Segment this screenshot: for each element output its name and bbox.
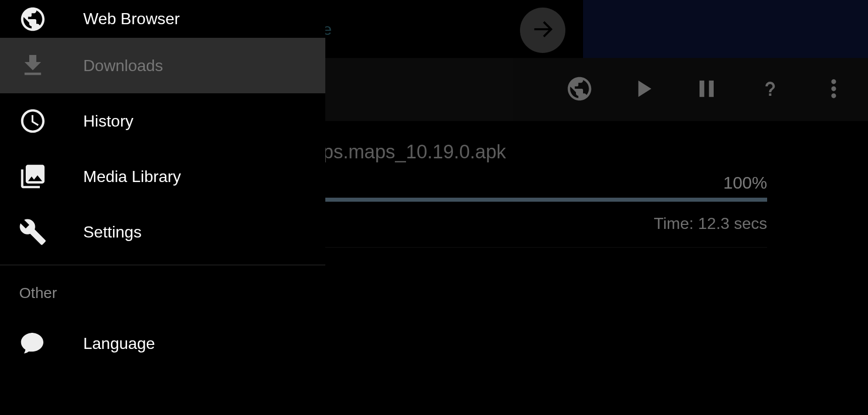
sidebar-item-settings[interactable]: Settings (0, 204, 325, 260)
progress-bar (323, 198, 767, 202)
help-button[interactable] (756, 76, 784, 104)
download-item[interactable]: ps.maps_10.19.0.apk 100% Time: 12.3 secs (323, 141, 767, 233)
sidebar-item-label: Media Library (83, 167, 181, 186)
sidebar-item-label: History (83, 112, 134, 131)
clock-icon (18, 106, 48, 136)
pause-button[interactable] (692, 76, 721, 104)
download-filename: ps.maps_10.19.0.apk (323, 141, 767, 163)
sidebar-item-language[interactable]: Language (0, 316, 325, 371)
browser-button[interactable] (565, 76, 594, 104)
sidebar-item-history[interactable]: History (0, 93, 325, 149)
arrow-right-icon (530, 17, 555, 44)
sidebar-item-media-library[interactable]: Media Library (0, 149, 325, 204)
wrench-icon (18, 217, 48, 247)
download-icon (18, 50, 48, 81)
status-bar-notch (583, 0, 868, 58)
pause-icon (692, 75, 721, 105)
speech-icon (18, 328, 48, 359)
sidebar-item-label: Web Browser (83, 10, 180, 28)
sidebar-section-header: Other (0, 270, 325, 316)
more-vert-icon (820, 75, 848, 105)
sidebar-item-label: Downloads (83, 56, 163, 75)
sidebar-item-label: Language (83, 334, 155, 353)
help-icon (756, 75, 784, 105)
sidebar-item-web-browser[interactable]: Web Browser (0, 0, 325, 38)
sidebar-item-downloads[interactable]: Downloads (0, 38, 325, 93)
divider (0, 265, 325, 265)
more-button[interactable] (820, 76, 848, 104)
play-button[interactable] (629, 76, 657, 104)
download-percent: 100% (323, 173, 767, 193)
divider (323, 247, 767, 248)
media-library-icon (18, 161, 48, 192)
navigation-drawer: Web Browser Downloads History Media Libr… (0, 0, 325, 415)
go-button[interactable] (520, 8, 565, 53)
globe-icon (565, 75, 594, 105)
download-time: Time: 12.3 secs (323, 214, 767, 233)
sidebar-item-label: Settings (83, 223, 142, 242)
globe-icon (18, 4, 48, 34)
play-icon (629, 75, 657, 105)
